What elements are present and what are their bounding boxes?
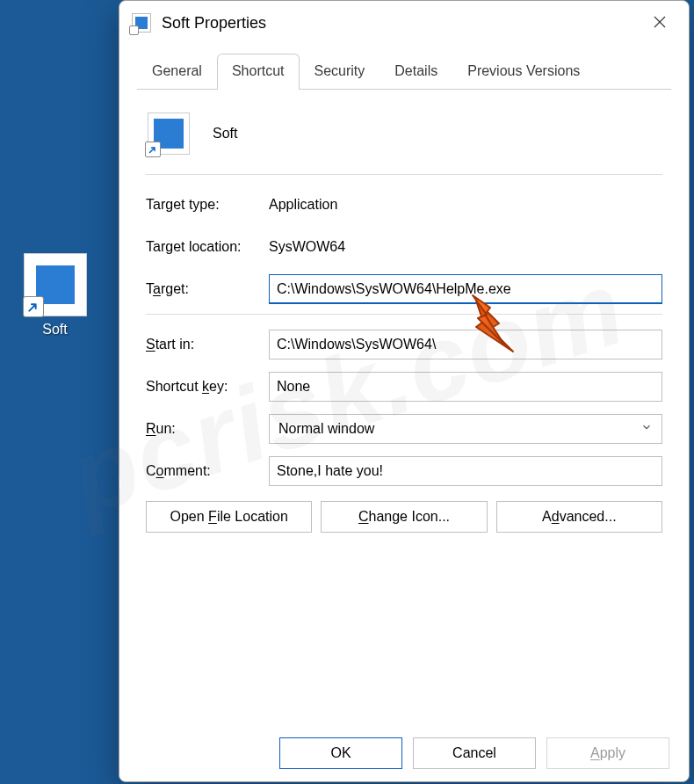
row-target-type: Target type: Application xyxy=(146,187,662,222)
start-in-input[interactable] xyxy=(269,330,662,359)
target-type-value: Application xyxy=(269,197,337,213)
tab-shortcut[interactable]: Shortcut xyxy=(217,54,300,90)
ok-button[interactable]: OK xyxy=(279,737,402,769)
row-shortcut-key: Shortcut key: xyxy=(146,369,662,404)
tab-details[interactable]: Details xyxy=(380,54,452,90)
button-row: Open File Location Change Icon... Advanc… xyxy=(146,501,662,533)
shortcut-overlay-arrow-icon xyxy=(23,296,44,317)
dialog-buttons: OK Cancel Apply xyxy=(119,725,689,781)
apply-button[interactable]: Apply xyxy=(546,737,669,769)
comment-input[interactable] xyxy=(269,456,662,486)
run-select[interactable]: Normal window xyxy=(269,414,662,444)
tab-security[interactable]: Security xyxy=(300,54,380,90)
target-label: Target: xyxy=(146,281,269,297)
close-button[interactable] xyxy=(634,3,685,43)
advanced-button[interactable]: Advanced... xyxy=(496,501,662,533)
desktop-icon-label: Soft xyxy=(13,322,97,338)
shortcut-overlay-arrow-icon xyxy=(145,142,161,157)
row-target-location: Target location: SysWOW64 xyxy=(146,229,662,265)
row-comment: Comment: xyxy=(146,454,662,489)
item-icon xyxy=(148,113,190,155)
properties-dialog: Soft Properties General Shortcut Securit… xyxy=(119,0,690,782)
tabs: General Shortcut Security Details Previo… xyxy=(119,45,689,90)
shortcut-pane: Soft Target type: Application Target loc… xyxy=(119,90,689,725)
run-label: Run: xyxy=(146,421,269,437)
comment-label: Comment: xyxy=(146,463,269,479)
target-location-label: Target location: xyxy=(146,239,269,255)
row-start-in: Start in: xyxy=(146,327,662,362)
item-name: Soft xyxy=(213,126,237,142)
row-run: Run: Normal window xyxy=(146,411,662,446)
change-icon-button[interactable]: Change Icon... xyxy=(321,501,487,533)
row-target: Target: xyxy=(146,272,662,307)
shortcut-key-input[interactable] xyxy=(269,372,662,402)
target-location-value: SysWOW64 xyxy=(269,239,345,255)
tab-general[interactable]: General xyxy=(137,54,217,90)
shortcut-key-label: Shortcut key: xyxy=(146,379,269,395)
open-file-location-button[interactable]: Open File Location xyxy=(146,501,312,533)
desktop-shortcut[interactable]: Soft xyxy=(13,253,97,338)
window-title: Soft Properties xyxy=(162,14,634,33)
titlebar[interactable]: Soft Properties xyxy=(119,1,689,45)
cancel-button[interactable]: Cancel xyxy=(413,737,536,769)
divider xyxy=(146,314,662,315)
divider xyxy=(146,174,662,175)
shortcut-icon xyxy=(24,253,87,316)
close-icon xyxy=(652,14,668,33)
titlebar-shortcut-icon xyxy=(132,13,151,33)
header-row: Soft xyxy=(146,105,662,174)
target-input[interactable] xyxy=(269,274,662,304)
run-value: Normal window xyxy=(278,421,374,437)
chevron-down-icon xyxy=(640,421,653,437)
start-in-label: Start in: xyxy=(146,337,269,352)
target-type-label: Target type: xyxy=(146,197,269,213)
tab-previous-versions[interactable]: Previous Versions xyxy=(452,54,595,90)
